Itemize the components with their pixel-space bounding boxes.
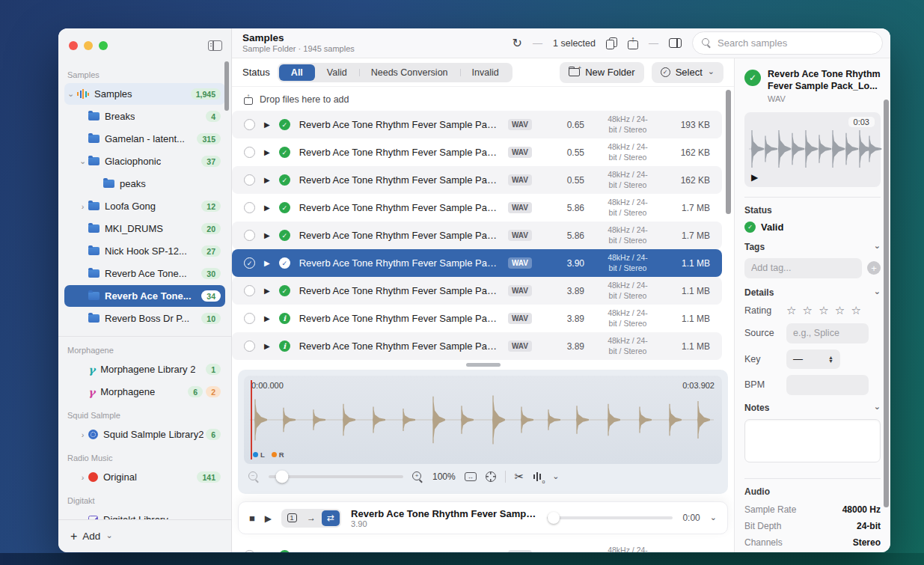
minimize-button[interactable] bbox=[84, 41, 93, 50]
fit-to-width-icon[interactable] bbox=[465, 472, 477, 481]
add-tag-button[interactable] bbox=[867, 261, 881, 275]
file-row[interactable]: ▶ ✓ Reverb Ace Tone Rhythm Fever Sample … bbox=[232, 194, 722, 222]
row-play-icon[interactable]: ▶ bbox=[264, 287, 270, 295]
sidebar-item[interactable]: Reverb Ace Tone... 34 bbox=[64, 285, 225, 307]
row-play-icon[interactable]: ▶ bbox=[264, 342, 270, 350]
row-checkbox[interactable] bbox=[244, 550, 255, 552]
chevron-down-icon[interactable] bbox=[552, 470, 559, 483]
zoom-slider[interactable] bbox=[269, 475, 403, 478]
select-button[interactable]: Select bbox=[652, 62, 723, 83]
toggle-inspector-icon[interactable] bbox=[669, 38, 682, 48]
add-library-button[interactable]: Add bbox=[58, 519, 231, 552]
sidebar-item[interactable]: Breaks 4 bbox=[64, 106, 225, 127]
row-checkbox[interactable] bbox=[244, 340, 255, 352]
file-row[interactable]: ▶ ✓ Reverb Ace Tone Rhythm Fever Sample … bbox=[232, 277, 722, 305]
sidebar-item[interactable]: MKI_DRUMS 20 bbox=[64, 218, 225, 239]
zoom-out-icon[interactable] bbox=[248, 471, 260, 483]
sample-preview[interactable]: 0:03 bbox=[744, 112, 881, 187]
list-scrollbar[interactable] bbox=[726, 90, 731, 214]
preview-play-button[interactable] bbox=[751, 172, 758, 183]
row-checkbox[interactable] bbox=[244, 174, 255, 186]
segment-valid[interactable]: Valid bbox=[315, 64, 359, 81]
row-play-icon[interactable]: ▶ bbox=[264, 231, 270, 239]
row-play-icon[interactable]: ▶ bbox=[264, 148, 270, 156]
dropzone[interactable]: Drop files here to add bbox=[232, 88, 734, 111]
segment-all[interactable]: All bbox=[279, 64, 315, 81]
file-row[interactable]: ▶ ✓ Reverb Ace Tone Rhythm Fever Sample … bbox=[232, 222, 722, 249]
sidebar-item[interactable]: ⌄ Glaciophonic 37 bbox=[64, 150, 225, 172]
file-row[interactable]: ▶ ✓ Reverb Ace Tone Rhythm Fever Sample … bbox=[232, 111, 722, 138]
chevron-down-icon[interactable] bbox=[710, 511, 717, 525]
new-folder-button[interactable]: New Folder bbox=[560, 62, 643, 83]
row-checkbox[interactable]: ✓ bbox=[244, 257, 255, 269]
search-field[interactable] bbox=[692, 31, 883, 55]
advance-mode[interactable] bbox=[302, 510, 320, 526]
row-checkbox[interactable] bbox=[244, 202, 255, 213]
collapse-tags-icon[interactable] bbox=[874, 242, 881, 252]
sidebar-item[interactable]: › Original 141 bbox=[64, 466, 225, 488]
play-button[interactable] bbox=[265, 511, 272, 525]
chevron-icon[interactable]: › bbox=[78, 473, 88, 482]
toggle-sidebar-icon[interactable] bbox=[208, 40, 222, 51]
rating-stars[interactable]: ☆ ☆ ☆ ☆ ☆ bbox=[786, 304, 863, 317]
playhead[interactable] bbox=[251, 380, 252, 459]
row-play-icon[interactable]: ▶ bbox=[264, 204, 270, 212]
share-icon[interactable] bbox=[628, 37, 638, 49]
row-play-icon[interactable]: ▶ bbox=[264, 259, 270, 267]
row-play-icon[interactable]: ▶ bbox=[264, 552, 270, 552]
sidebar-item[interactable]: ⌄ Digitakt Library bbox=[64, 509, 225, 519]
file-row[interactable]: ▶ ✓ Reverb Ace Tone Rhythm Fever Sample … bbox=[232, 138, 722, 166]
segment-invalid[interactable]: Invalid bbox=[460, 64, 511, 81]
chevron-icon[interactable]: › bbox=[78, 202, 88, 211]
play-once-mode[interactable] bbox=[283, 510, 301, 526]
center-playhead-icon[interactable] bbox=[486, 471, 496, 482]
row-checkbox[interactable] bbox=[244, 119, 255, 130]
close-button[interactable] bbox=[69, 41, 78, 50]
row-checkbox[interactable] bbox=[244, 230, 255, 241]
sidebar-item[interactable]: Morphagene 62 bbox=[64, 381, 225, 403]
segment-needs-conversion[interactable]: Needs Conversion bbox=[359, 64, 460, 81]
add-tag-input[interactable] bbox=[744, 258, 862, 278]
sidebar-item[interactable]: Reverb Boss Dr P... 10 bbox=[64, 308, 225, 329]
sidebar-item[interactable]: ⌄ Samples 1,945 bbox=[64, 83, 225, 105]
file-row[interactable]: ✓ ▶ ✓ Reverb Ace Tone Rhythm Fever Sampl… bbox=[232, 249, 722, 277]
sidebar-item[interactable]: Nick Hook SP-12... 27 bbox=[64, 240, 225, 262]
sidebar-item[interactable]: Gamelan - latent... 315 bbox=[64, 128, 225, 150]
progress-knob[interactable] bbox=[548, 512, 560, 524]
gain-icon[interactable] bbox=[533, 472, 543, 482]
loop-mode[interactable] bbox=[322, 510, 340, 526]
file-row[interactable]: ▶ i Reverb Ace Tone Rhythm Fever Sample … bbox=[232, 542, 722, 552]
notes-textarea[interactable] bbox=[744, 419, 881, 462]
chevron-icon[interactable]: ⌄ bbox=[66, 89, 76, 99]
progress-slider[interactable] bbox=[547, 516, 673, 519]
chevron-icon[interactable]: › bbox=[78, 430, 88, 439]
file-row[interactable]: ▶ i Reverb Ace Tone Rhythm Fever Sample … bbox=[232, 305, 722, 332]
row-checkbox[interactable] bbox=[244, 285, 255, 296]
zoom-button[interactable] bbox=[99, 41, 108, 50]
refresh-icon[interactable] bbox=[513, 36, 522, 50]
zoom-in-icon[interactable] bbox=[412, 471, 423, 483]
sidebar-item[interactable]: Morphagene Library 2 1 bbox=[64, 358, 225, 380]
row-checkbox[interactable] bbox=[244, 313, 255, 324]
row-play-icon[interactable]: ▶ bbox=[264, 120, 270, 129]
sidebar-item[interactable]: › Squid Salmple Library2 6 bbox=[64, 424, 225, 445]
file-row[interactable]: ▶ ✓ Reverb Ace Tone Rhythm Fever Sample … bbox=[232, 166, 722, 194]
sidebar-item[interactable]: Reverb Ace Tone... 30 bbox=[64, 263, 225, 284]
sidebar-item[interactable]: peaks bbox=[64, 173, 225, 195]
sidebar-scrollbar[interactable] bbox=[224, 61, 229, 111]
zoom-slider-knob[interactable] bbox=[276, 471, 289, 483]
copy-icon[interactable] bbox=[606, 37, 617, 49]
key-select[interactable]: — ▲▼ bbox=[786, 349, 840, 369]
waveform-view[interactable]: 0:00.000 0:03.902 L R bbox=[244, 376, 722, 464]
row-play-icon[interactable]: ▶ bbox=[264, 314, 270, 323]
collapse-details-icon[interactable] bbox=[874, 287, 881, 298]
collapse-notes-icon[interactable] bbox=[874, 403, 881, 413]
trim-icon[interactable] bbox=[515, 470, 524, 483]
row-checkbox[interactable] bbox=[244, 147, 255, 158]
chevron-icon[interactable]: ⌄ bbox=[78, 156, 88, 166]
sidebar-item[interactable]: › Loofa Gong 12 bbox=[64, 195, 225, 217]
panel-drag-handle[interactable] bbox=[466, 363, 501, 367]
source-input[interactable] bbox=[786, 323, 869, 343]
file-row[interactable]: ▶ i Reverb Ace Tone Rhythm Fever Sample … bbox=[232, 332, 722, 360]
inspector-scrollbar[interactable] bbox=[884, 100, 889, 507]
